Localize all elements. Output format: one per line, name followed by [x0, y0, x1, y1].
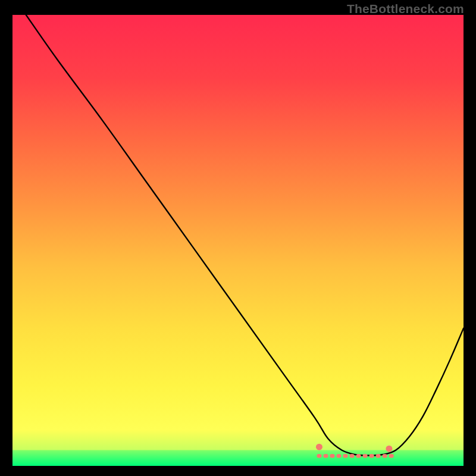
- plot-area: [12, 15, 464, 466]
- svg-rect-0: [317, 454, 321, 458]
- svg-point-12: [316, 444, 322, 450]
- svg-rect-6: [356, 454, 361, 458]
- svg-rect-5: [350, 454, 355, 458]
- svg-point-13: [386, 446, 392, 452]
- svg-rect-7: [363, 454, 368, 458]
- chart-svg: [12, 15, 464, 466]
- svg-rect-9: [376, 454, 381, 458]
- gradient-background: [12, 15, 464, 466]
- svg-rect-4: [343, 454, 348, 458]
- chart-container: TheBottleneck.com: [0, 0, 476, 476]
- svg-rect-2: [330, 454, 334, 458]
- svg-rect-1: [323, 454, 328, 458]
- green-band: [12, 450, 464, 466]
- svg-rect-8: [369, 454, 374, 458]
- svg-rect-3: [337, 454, 342, 458]
- svg-rect-11: [389, 454, 394, 458]
- watermark-text: TheBottleneck.com: [347, 2, 464, 16]
- svg-rect-10: [383, 454, 387, 458]
